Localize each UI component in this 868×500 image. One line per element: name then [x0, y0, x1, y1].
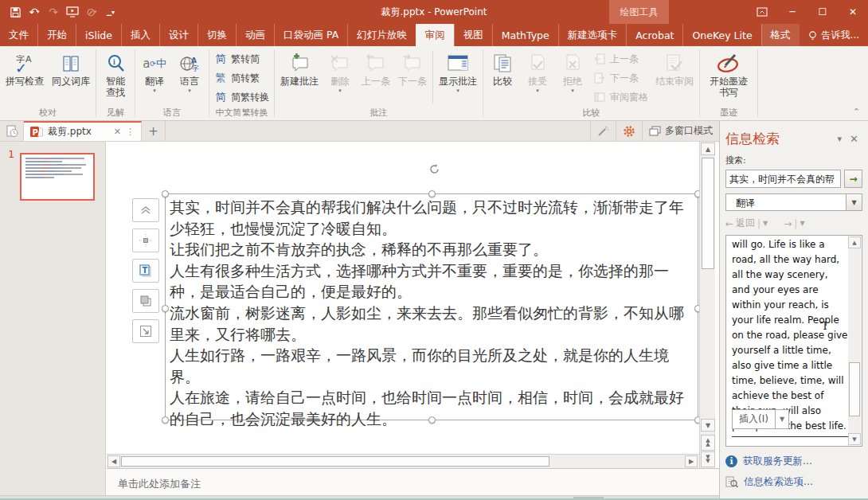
collapse-ribbon-button[interactable]: ⌃ [853, 107, 860, 117]
save-icon[interactable] [6, 3, 24, 21]
thesaurus-button[interactable]: 同义词库 [48, 48, 94, 107]
simplified-to-traditional-button[interactable]: 繁 简转繁 [214, 70, 269, 86]
result-divider [732, 436, 850, 437]
insert-button[interactable]: 插入(I) [732, 409, 776, 429]
language-button[interactable]: A字 语言 ▾ [172, 48, 207, 107]
convert-button[interactable]: 简 简繁转换 [214, 89, 269, 105]
collapse-toolbar-icon[interactable] [132, 198, 159, 222]
vertical-scroll-thumb[interactable] [702, 158, 714, 269]
text-box-tool-icon[interactable]: T [132, 259, 159, 283]
undo-icon[interactable]: ↶▾ [25, 3, 43, 21]
scroll-right-icon[interactable]: ▶ [685, 455, 698, 467]
rotate-handle[interactable] [428, 163, 440, 174]
horizontal-scroll-thumb[interactable] [121, 456, 549, 467]
center-object-icon[interactable] [132, 229, 159, 252]
next-slide-icon[interactable]: ▼▼ [701, 451, 715, 467]
lightbulb-icon [807, 30, 818, 41]
no-ink-icon[interactable]: ⊘▾ [83, 3, 100, 21]
compare-icon [492, 52, 513, 76]
layer-order-icon[interactable] [132, 289, 159, 313]
resize-handle-top-left[interactable] [162, 190, 169, 197]
forward-arrow-icon: → [784, 218, 792, 229]
ribbon-tab[interactable]: 动画 [236, 24, 274, 46]
slide-body-text[interactable]: 其实，时间并不会真的帮我们解决什么问题，只不过时光流转，渐渐带走了年少轻狂，也慢… [170, 197, 698, 430]
session-history-icon[interactable] [0, 121, 24, 141]
group-label-ink: 墨迹 [702, 107, 756, 120]
document-tab-active[interactable]: P 裁剪.pptx ✕ ⋮ [24, 121, 142, 141]
notes-placeholder: 单击此处添加备注 [107, 469, 719, 491]
translate-button[interactable]: a⟳中 翻译 ▾ [137, 48, 172, 107]
resize-handle-bottom-left[interactable] [162, 416, 169, 424]
traditional-to-simplified-button[interactable]: 简 繁转简 [214, 51, 269, 67]
ribbon-tab[interactable]: 新建选项卡 [558, 24, 627, 46]
delete-comment-button: 删除 ▾ [323, 48, 358, 107]
maximize-icon[interactable]: ☐ [807, 0, 838, 24]
ribbon-tab[interactable]: iSlide [76, 24, 121, 46]
text-cursor: Ꞁ [820, 320, 827, 332]
slide-editing-area[interactable]: 其实，时间并不会真的帮我们解决什么问题，只不过时光流转，渐渐带走了年少轻狂，也慢… [107, 142, 699, 454]
start-inking-button[interactable]: 开始墨迹书写 [702, 48, 756, 107]
ribbon-tab[interactable]: 切换 [197, 24, 236, 46]
ribbon-tab[interactable]: OneKey Lite [682, 24, 760, 46]
tell-me-button[interactable]: 告诉我... [800, 24, 867, 46]
tab-close-icon[interactable]: ✕ [114, 127, 121, 137]
window-title: 裁剪.pptx - PowerPoint [0, 0, 868, 24]
minimize-icon[interactable]: ─ [777, 0, 807, 24]
show-comments-button[interactable]: 显示批注 ▾ [435, 48, 481, 107]
research-options-link[interactable]: 信息检索选项... [725, 475, 862, 489]
vertical-scrollbar[interactable]: ▲ ▼ ▲▲ ▼▼ [699, 142, 715, 468]
scroll-up-icon[interactable]: ▲ [701, 143, 715, 155]
insert-dropdown-icon[interactable]: ▼ [776, 409, 789, 429]
search-label: 搜索: [725, 154, 862, 166]
ribbon-tab[interactable]: 设计 [159, 24, 197, 46]
ribbon-tab[interactable]: 幻灯片放映 [347, 24, 416, 46]
new-tab-button[interactable]: + [142, 121, 166, 141]
ribbon-tab[interactable]: Acrobat [626, 24, 682, 46]
ribbon-tab[interactable]: 审阅 [416, 24, 454, 46]
settings-gear-icon[interactable] [616, 121, 642, 141]
svg-text:字: 字 [192, 64, 199, 72]
multi-window-mode-button[interactable]: 多窗口模式 [642, 121, 719, 141]
results-scroll-up-icon[interactable]: ▲ [848, 236, 861, 248]
svg-text:i: i [113, 57, 115, 66]
ribbon-tab[interactable]: 插入 [121, 24, 159, 46]
tab-menu-icon[interactable]: ⋮ [126, 127, 135, 137]
previous-slide-icon[interactable]: ▲▲ [701, 435, 715, 451]
customize-qat-icon[interactable]: ▁▾ [102, 3, 119, 21]
ribbon-tab[interactable]: 开始 [37, 24, 76, 46]
slide-thumbnail[interactable] [20, 153, 95, 201]
slideshow-icon[interactable] [64, 3, 81, 21]
close-icon[interactable]: ✕ [838, 0, 868, 24]
tab-file[interactable]: 文件 [0, 24, 37, 46]
ribbon-tab[interactable]: MathType [492, 24, 558, 46]
pane-options-icon[interactable]: ▾ [834, 134, 846, 144]
powerpoint-window: 裁剪.pptx - PowerPoint ↶▾ ↷ ⊘▾ ▁▾ 绘图工具 ─ ☐… [0, 0, 868, 500]
ribbon-tab[interactable]: 口袋动画 PA [274, 24, 347, 46]
compare-button[interactable]: 比较 [485, 48, 520, 107]
get-services-link[interactable]: i 获取服务更新... [725, 455, 862, 468]
resize-handle-middle-left[interactable] [162, 305, 169, 312]
reference-source-select[interactable]: 翻译 ▼ [725, 193, 862, 211]
smart-lookup-button[interactable]: i 智能查找 [98, 48, 133, 107]
search-input[interactable]: 其实，时间并不会真的帮 [725, 170, 841, 188]
select-dropdown-icon[interactable]: ▼ [846, 194, 862, 210]
spell-check-button[interactable]: 字A✓ 拼写检查 [2, 48, 48, 107]
results-scrollbar[interactable]: ▲ ▼ [848, 236, 861, 445]
results-scroll-thumb[interactable] [849, 362, 860, 416]
start-search-icon[interactable]: → [844, 170, 862, 188]
translation-results[interactable]: will go. Life is like a road, all the wa… [725, 235, 862, 447]
horizontal-scrollbar[interactable]: ◀ ▶ [107, 454, 699, 468]
ribbon-tab[interactable]: 视图 [454, 24, 492, 46]
scroll-left-icon[interactable]: ◀ [108, 455, 120, 467]
powerpoint-file-icon: P [30, 126, 43, 138]
magic-wand-icon[interactable] [590, 121, 616, 141]
scroll-down-icon[interactable]: ▼ [701, 419, 715, 432]
ribbon-options-icon[interactable] [747, 0, 777, 24]
notes-pane[interactable]: 单击此处添加备注 [107, 468, 719, 495]
ribbon-tab[interactable]: 格式 [761, 24, 800, 46]
pane-close-icon[interactable]: ✕ [846, 133, 862, 145]
text-paragraph: 其实，时间并不会真的帮我们解决什么问题，只不过时光流转，渐渐带走了年少轻狂，也慢… [170, 197, 698, 239]
results-scroll-down-icon[interactable]: ▼ [848, 433, 861, 445]
resize-tool-icon[interactable] [132, 319, 159, 343]
new-comment-button[interactable]: 新建批注 [276, 48, 323, 107]
